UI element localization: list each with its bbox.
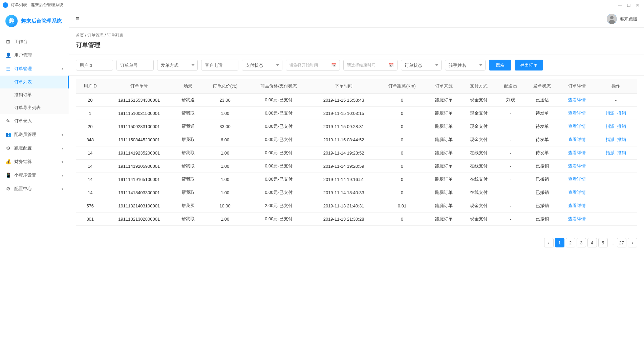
cell-detail[interactable]: 查看详情	[560, 146, 595, 160]
col-order-no: 订单单号	[104, 79, 174, 94]
title-bar: 订单列表 - 趣来后台管理系统 ─ □ ✕	[0, 0, 644, 10]
send-type-select[interactable]: 发单方式	[157, 60, 198, 70]
cell-price-status: 0.00元-已支付	[248, 213, 310, 226]
cell-send-status: 已撤销	[525, 186, 560, 199]
table-body: 20 19111515534300001 帮我送 23.00 0.00元-已支付…	[76, 94, 637, 226]
cell-distance: 0	[378, 133, 426, 146]
page-button-27[interactable]: 27	[617, 238, 626, 247]
start-date-picker[interactable]: 请选择开始时间 📅	[286, 60, 340, 70]
cell-source: 跑腿订单	[426, 213, 461, 226]
cell-pay-method: 在线支付	[461, 173, 496, 186]
sidebar-item-order-export[interactable]: 订单导出列表	[0, 101, 69, 114]
logo-text: 趣来后台管理系统	[21, 18, 62, 24]
sidebar-item-cancel-order[interactable]: 撤销订单	[0, 88, 69, 101]
rider-name-select[interactable]: 骑手姓名	[445, 60, 486, 70]
sidebar-item-workbench[interactable]: ⊞ 工作台	[0, 35, 69, 48]
order-no-input[interactable]	[116, 60, 154, 70]
sidebar-item-delivery-mgmt[interactable]: 👥 配送员管理 ▾	[0, 128, 69, 141]
cell-detail[interactable]: 查看详情	[560, 94, 595, 107]
cell-deliverer: -	[496, 160, 524, 173]
sidebar-item-config-center[interactable]: ⚙ 配置中心 ▾	[0, 182, 69, 196]
op-撤销[interactable]: 撤销	[617, 124, 626, 129]
cell-user-id: 848	[76, 133, 104, 146]
main-area: ≡ 趣来跑腿 首页 / 订单管理 / 订单列表	[69, 10, 644, 343]
cell-detail[interactable]: 查看详情	[560, 173, 595, 186]
page-dots: ...	[609, 240, 616, 245]
cell-detail[interactable]: 查看详情	[560, 107, 595, 120]
calendar-icon: 📅	[331, 63, 336, 67]
cell-order-no: 19111419205900001	[104, 160, 174, 173]
sidebar-item-miniapp[interactable]: 📱 小程序设置 ▾	[0, 168, 69, 182]
breadcrumb-home[interactable]: 首页	[76, 33, 84, 38]
cell-price-status: 0.00元-已支付	[248, 94, 310, 107]
col-detail: 订单详情	[560, 79, 595, 94]
cell-user-id: 20	[76, 94, 104, 107]
cell-detail[interactable]: 查看详情	[560, 133, 595, 146]
cell-detail[interactable]: 查看详情	[560, 213, 595, 226]
cell-detail[interactable]: 查看详情	[560, 199, 595, 213]
page-button-2[interactable]: 2	[566, 238, 575, 247]
app-container: 趣 趣来后台管理系统 ⊞ 工作台 👤 用户管理 ☰ 订单管理 ▾ 订单列表	[0, 10, 644, 343]
col-pay-method: 支付方式	[461, 79, 496, 94]
sidebar-item-order-entry[interactable]: ✎ 订单录入	[0, 114, 69, 128]
page-button-4[interactable]: 4	[587, 238, 597, 247]
phone-input[interactable]	[201, 60, 238, 70]
cell-pay-method: 现金支付	[461, 199, 496, 213]
start-date-label: 请选择开始时间	[289, 62, 318, 68]
cell-detail[interactable]: 查看详情	[560, 160, 595, 173]
sidebar-item-order-mgmt[interactable]: ☰ 订单管理 ▾	[0, 62, 69, 76]
cell-detail[interactable]: 查看详情	[560, 186, 595, 199]
cell-total-price: 1.00	[202, 173, 248, 186]
op-指派[interactable]: 指派	[606, 124, 615, 129]
col-total-price: 订单总价(元)	[202, 79, 248, 94]
cell-source: 跑腿订单	[426, 146, 461, 160]
sidebar-item-label: 跑腿配置	[14, 145, 62, 151]
search-button[interactable]: 搜索	[489, 60, 511, 70]
cell-detail[interactable]: 查看详情	[560, 120, 595, 133]
cell-ops	[595, 186, 637, 199]
menu-toggle-button[interactable]: ≡	[76, 15, 80, 22]
user-id-input[interactable]	[76, 60, 113, 70]
op-撤销[interactable]: 撤销	[617, 150, 626, 155]
next-page-button[interactable]: ›	[628, 238, 637, 247]
cell-price-status: 0.00元-已支付	[248, 186, 310, 199]
end-date-label: 请选择结束时间	[347, 62, 375, 68]
end-date-picker[interactable]: 请选择结束时间 📅	[343, 60, 398, 70]
sidebar: 趣 趣来后台管理系统 ⊞ 工作台 👤 用户管理 ☰ 订单管理 ▾ 订单列表	[0, 10, 69, 343]
prev-page-button[interactable]: ‹	[544, 238, 554, 247]
minimize-button[interactable]: ─	[616, 1, 624, 9]
cell-price-status: 0.00元-已支付	[248, 107, 310, 120]
breadcrumb-order-mgmt[interactable]: 订单管理	[87, 33, 104, 38]
export-button[interactable]: 导出订单	[515, 60, 543, 70]
cell-user-id: 14	[76, 173, 104, 186]
cell-source: 跑腿订单	[426, 120, 461, 133]
table-header: 用户ID 订单单号 场景 订单总价(元) 商品价格/支付状态 下单时间 订单距离…	[76, 79, 637, 94]
pay-status-select[interactable]: 支付状态	[242, 60, 282, 70]
op-撤销[interactable]: 撤销	[617, 110, 626, 116]
op-撤销[interactable]: 撤销	[617, 137, 626, 142]
cell-source: 跑腿订单	[426, 186, 461, 199]
page-button-5[interactable]: 5	[598, 238, 608, 247]
op-指派[interactable]: 指派	[606, 110, 615, 116]
sidebar-item-runner-config[interactable]: ⚙ 跑腿配置 ▾	[0, 141, 69, 155]
close-button[interactable]: ✕	[634, 1, 641, 9]
svg-point-1	[610, 16, 614, 19]
table-wrapper: 用户ID 订单单号 场景 订单总价(元) 商品价格/支付状态 下单时间 订单距离…	[69, 79, 644, 233]
maximize-button[interactable]: □	[625, 1, 632, 9]
cell-source: 跑腿订单	[426, 94, 461, 107]
cell-send-status: 待发单	[525, 133, 560, 146]
sidebar-item-finance[interactable]: 💰 财务结算 ▾	[0, 155, 69, 168]
page-button-1[interactable]: 1	[555, 238, 564, 247]
cell-order-time: 2019-11-15 10:03:15	[309, 107, 378, 120]
sidebar-item-user-mgmt[interactable]: 👤 用户管理	[0, 48, 69, 62]
op-指派[interactable]: 指派	[606, 137, 615, 142]
op-指派[interactable]: 指派	[606, 150, 615, 155]
sidebar-item-order-list[interactable]: 订单列表	[0, 76, 69, 88]
cell-order-time: 2019-11-14 18:40:33	[309, 186, 378, 199]
table-row: 14 19111419205900001 帮我取 1.00 0.00元-已支付 …	[76, 160, 637, 173]
col-deliverer: 配送员	[496, 79, 524, 94]
order-status-select[interactable]: 订单状态	[401, 60, 442, 70]
page-button-3[interactable]: 3	[577, 238, 586, 247]
cell-ops	[595, 199, 637, 213]
cell-total-price: 1.00	[202, 160, 248, 173]
